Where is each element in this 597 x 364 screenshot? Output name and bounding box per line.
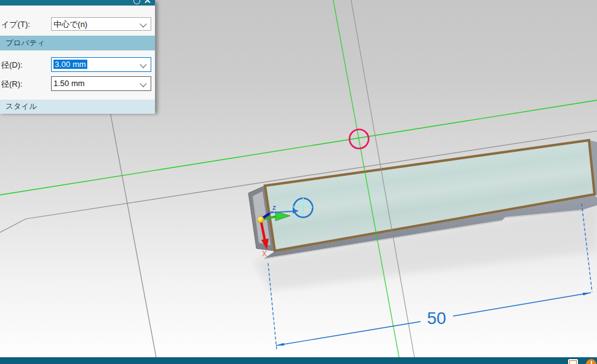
- type-dropdown-value: 中心で(n): [53, 19, 87, 30]
- dimension-value-text[interactable]: 50: [427, 309, 446, 328]
- dimension-arrowhead-left: [276, 343, 284, 346]
- hole-properties-dialog: イプ(T): 中心で(n) プロパティ 径(D): 3.00 mm 径(R): …: [0, 0, 156, 112]
- radius-dropdown[interactable]: 1.50 mm: [51, 76, 151, 91]
- triad-origin-ball[interactable]: [258, 216, 264, 223]
- type-label: イプ(T):: [1, 19, 30, 30]
- chevron-down-icon: [140, 61, 146, 68]
- dimension-arrowhead-right: [583, 293, 591, 295]
- dialog-body: イプ(T): 中心で(n) プロパティ 径(D): 3.00 mm 径(R): …: [0, 6, 155, 111]
- section-header-style[interactable]: スタイル: [0, 100, 155, 114]
- dimension-line-right-segment: [453, 293, 591, 316]
- chevron-down-icon: [140, 20, 146, 27]
- radius-dropdown-value: 1.50 mm: [53, 79, 85, 88]
- type-dropdown[interactable]: 中心で(n): [51, 17, 151, 31]
- diameter-label: 径(D):: [1, 60, 23, 71]
- section-header-properties[interactable]: プロパティ: [0, 36, 155, 50]
- help-icon[interactable]: [133, 0, 140, 4]
- diameter-dropdown[interactable]: 3.00 mm: [51, 57, 151, 72]
- triad-x-axis-label: X: [262, 250, 267, 258]
- cad-application-window: 50 X Z: [0, 0, 597, 364]
- app-window-icon[interactable]: [568, 359, 578, 364]
- radius-label: 径(R):: [1, 79, 23, 90]
- dialog-titlebar[interactable]: [0, 0, 155, 6]
- add-new-icon[interactable]: [586, 359, 596, 364]
- triad-z-axis-label: Z: [272, 205, 276, 211]
- chevron-down-icon: [140, 80, 146, 87]
- close-icon[interactable]: [144, 0, 151, 4]
- dimension-line-left-segment: [276, 322, 421, 346]
- taskbar[interactable]: [0, 357, 597, 364]
- diameter-dropdown-value: 3.00 mm: [53, 60, 87, 69]
